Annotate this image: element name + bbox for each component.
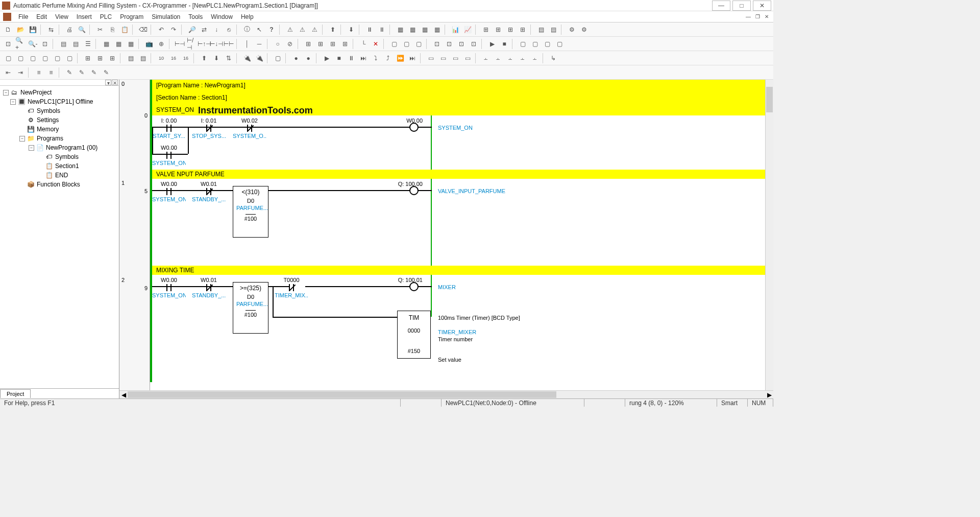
view2-icon[interactable]: ▤: [70, 38, 81, 50]
maximize-button[interactable]: □: [732, 1, 751, 11]
delete-line-icon[interactable]: ✕: [370, 38, 381, 50]
menu-file[interactable]: File: [14, 12, 32, 21]
rung-2[interactable]: W0.00 SYSTEM_ON W0.01 STANDBY_... >=(325…: [150, 275, 765, 382]
tree-settings[interactable]: ⚙ Settings: [1, 115, 118, 125]
stepinto-icon[interactable]: ⤵: [370, 53, 381, 64]
sim1-icon[interactable]: ⚙: [566, 24, 577, 35]
tool-c-icon[interactable]: ▢: [542, 38, 553, 50]
view4-icon[interactable]: ▦: [101, 38, 112, 50]
contact-or-icon[interactable]: ⊢⊢: [223, 38, 234, 50]
tree-fblocks[interactable]: 📦 Function Blocks: [1, 180, 118, 189]
findnext-icon[interactable]: ↓: [211, 24, 222, 35]
align4-icon[interactable]: ⫠: [517, 53, 528, 64]
tree-psymbols[interactable]: 🏷 Symbols: [1, 152, 118, 161]
end-icon[interactable]: ⏭: [407, 53, 418, 64]
find-icon[interactable]: 🔎: [186, 24, 198, 35]
net4-icon[interactable]: ⊞: [517, 24, 528, 35]
table1-icon[interactable]: ▤: [535, 24, 547, 35]
replace-icon[interactable]: ⇄: [199, 24, 210, 35]
transfer-icon[interactable]: ⬆: [327, 24, 338, 35]
minimize-button[interactable]: —: [712, 1, 730, 11]
compare-lt-block[interactable]: <(310) D0 PARFUME... #100: [233, 186, 268, 238]
coil-icon[interactable]: ○: [272, 38, 283, 50]
tree-root[interactable]: −🗂 NewProject: [1, 88, 118, 97]
pointer-icon[interactable]: ↖: [254, 24, 265, 35]
win3-icon[interactable]: ▢: [27, 53, 38, 64]
bp2-icon[interactable]: ●: [303, 53, 314, 64]
contact-p-icon[interactable]: ⊢↑⊣: [199, 38, 210, 50]
grid4-icon[interactable]: ▦: [431, 24, 443, 35]
force1-icon[interactable]: ▭: [425, 53, 436, 64]
grid3-icon[interactable]: ▦: [419, 24, 430, 35]
menu-edit[interactable]: Edit: [32, 12, 51, 21]
indent-left-icon[interactable]: ⇤: [3, 67, 14, 78]
sec1-icon[interactable]: ⊞: [82, 53, 93, 64]
vscroll-thumb[interactable]: [766, 87, 773, 112]
fb2-icon[interactable]: ▢: [401, 38, 412, 50]
r2-contact-systemon[interactable]: W0.00 SYSTEM_ON: [152, 277, 186, 298]
rung-0[interactable]: I: 0.00 START_SY... I: 0.01 STOP_SYS... …: [150, 115, 765, 170]
preview-icon[interactable]: 🔍: [76, 24, 87, 35]
sec2-icon[interactable]: ⊞: [94, 53, 106, 64]
num16b-icon[interactable]: 16: [180, 53, 191, 64]
line-icon[interactable]: └: [358, 38, 369, 50]
hline-icon[interactable]: ─: [254, 38, 265, 50]
warn2-icon[interactable]: ⚠: [297, 24, 308, 35]
zoomin-icon[interactable]: 🔍+: [15, 38, 26, 50]
download-icon[interactable]: ⬇: [346, 24, 357, 35]
step-icon[interactable]: ⏭: [358, 53, 369, 64]
mem1-icon[interactable]: ▤: [125, 53, 136, 64]
grid2-icon[interactable]: ▦: [407, 24, 418, 35]
menu-window[interactable]: Window: [207, 12, 237, 21]
contact-start[interactable]: I: 0.00 START_SY...: [152, 118, 186, 139]
fb3-icon[interactable]: ▢: [413, 38, 424, 50]
redo-icon[interactable]: ↷: [168, 24, 179, 35]
save-icon[interactable]: 💾: [27, 24, 38, 35]
net3-icon[interactable]: ⊞: [505, 24, 516, 35]
menu-simulation[interactable]: Simulation: [148, 12, 184, 21]
brush2-icon[interactable]: ✎: [76, 67, 87, 78]
r2-contact-standby[interactable]: W0.01 STANDBY_...: [192, 277, 226, 298]
run-icon[interactable]: ▶: [321, 53, 332, 64]
compare-icon[interactable]: ⇆: [45, 24, 57, 35]
func2-icon[interactable]: ⊞: [315, 38, 326, 50]
chart2-icon[interactable]: 📈: [462, 24, 473, 35]
addr2-icon[interactable]: ⊡: [444, 38, 455, 50]
close-button[interactable]: ✕: [753, 1, 771, 11]
hscroll-left-icon[interactable]: ◀: [119, 391, 128, 398]
open-icon[interactable]: 📂: [15, 24, 26, 35]
online1-icon[interactable]: 🔌: [241, 53, 253, 64]
sim-start-icon[interactable]: ▶: [486, 38, 498, 50]
coil-nc-icon[interactable]: ⊘: [284, 38, 296, 50]
tool-d-icon[interactable]: ▢: [554, 38, 565, 50]
func1-icon[interactable]: ⊞: [303, 38, 314, 50]
align-left-icon[interactable]: ≡: [33, 67, 44, 78]
win5-icon[interactable]: ▢: [52, 53, 63, 64]
paste-icon[interactable]: 📋: [119, 24, 130, 35]
align5-icon[interactable]: ⫠: [529, 53, 541, 64]
menu-help[interactable]: Help: [237, 12, 258, 21]
addr4-icon[interactable]: ⊡: [468, 38, 479, 50]
num10-icon[interactable]: 10: [156, 53, 167, 64]
view5-icon[interactable]: ▦: [113, 38, 124, 50]
timer-block[interactable]: TIM 0000 #150: [397, 311, 431, 359]
tree-plc[interactable]: −🔳 NewPLC1[CP1L] Offline: [1, 97, 118, 106]
fb1-icon[interactable]: ▢: [388, 38, 400, 50]
force2-icon[interactable]: ▭: [437, 53, 449, 64]
chart1-icon[interactable]: 📊: [450, 24, 461, 35]
mdi-restore-icon[interactable]: ❐: [754, 13, 761, 20]
win6-icon[interactable]: ▢: [64, 53, 75, 64]
last-icon[interactable]: ↳: [548, 53, 559, 64]
up-icon[interactable]: ⬆: [199, 53, 210, 64]
ff-icon[interactable]: ⏩: [395, 53, 406, 64]
contact-systemon-latch[interactable]: W0.00 SYSTEM_ON: [152, 145, 186, 166]
force3-icon[interactable]: ▭: [450, 53, 461, 64]
pause2-icon[interactable]: ⏸: [376, 24, 387, 35]
func4-icon[interactable]: ⊞: [339, 38, 351, 50]
align-right-icon[interactable]: ≡: [45, 67, 57, 78]
tree-programs[interactable]: −📁 Programs: [1, 134, 118, 143]
contact-stop[interactable]: I: 0.01 STOP_SYS...: [192, 118, 226, 139]
sim2-icon[interactable]: ⚙: [578, 24, 590, 35]
menu-program[interactable]: Program: [116, 12, 148, 21]
trace-icon[interactable]: ▢: [272, 53, 283, 64]
